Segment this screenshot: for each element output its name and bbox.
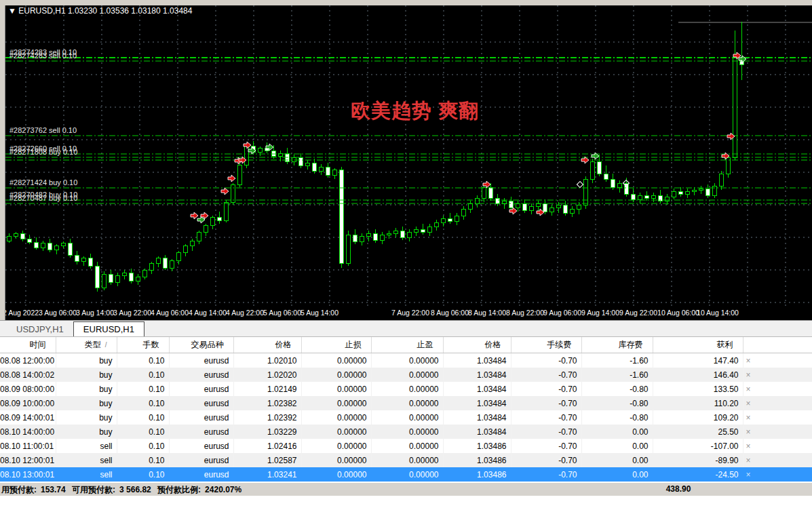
free-margin-label: 可用预付款: [72,485,115,494]
trade-cell: 0.00000 [301,453,371,467]
trade-row[interactable]: 08.10 12:00:01sell0.10eurusd1.025870.000… [0,453,812,467]
column-header[interactable]: 交易品种 [169,337,233,353]
trade-cell: 1.02149 [233,382,301,396]
trade-cell: -0.70 [511,467,581,482]
candle-body [204,225,208,232]
trade-cell: 0.00000 [371,425,443,439]
candle-body [217,217,221,220]
trade-cell: eurusd [169,353,233,368]
candle-body [448,218,452,221]
candle-body [387,233,391,235]
candle-body [427,227,431,232]
chart-ohlc-header: ▼ EURUSD,H1 1.03230 1.03536 1.03180 1.03… [8,6,193,16]
column-header[interactable]: 获利 [653,337,743,353]
trade-row[interactable]: 08.10 11:00:01sell0.10eurusd1.024160.000… [0,439,812,453]
candle-body [88,258,92,266]
candle-body [502,201,506,203]
close-position-icon[interactable]: × [743,425,812,439]
chart-area[interactable]: #28274283 sell 0.10#28274283 sell 0.10#2… [0,5,812,320]
candlestick-chart[interactable]: #28274283 sell 0.10#28274283 sell 0.10#2… [0,5,812,320]
tab-eurusd-h1[interactable]: EURUSD,H1 [73,321,144,336]
trade-row[interactable]: 08.09 10:00:00buy0.10eurusd1.023820.0000… [0,396,812,410]
candle-body [102,274,106,288]
trade-cell: buy [56,382,117,396]
column-header[interactable]: 止损 [301,337,371,353]
candle-body [326,167,330,175]
x-axis-label: 4 Aug 22:00 [226,309,264,317]
column-header[interactable] [743,337,812,353]
trade-cell: 08.09 14:00:01 [0,410,56,425]
candle-body [298,157,303,165]
trade-cell: 1.02020 [233,368,301,382]
column-header[interactable]: 手续费 [511,337,581,353]
candle-body [346,235,350,263]
close-position-icon[interactable]: × [743,410,812,425]
trade-row[interactable]: 08.10 13:00:01sell0.10eurusd1.032410.000… [0,467,812,482]
candle-body [332,170,336,175]
close-position-icon[interactable]: × [743,453,812,467]
candle-body [7,236,11,241]
trade-cell: 0.10 [117,396,169,410]
trade-cell: 0.10 [117,439,169,453]
trade-level-label: #28274283 sell 0.10 [9,52,77,60]
candle-body [366,233,370,236]
trade-cell: 1.03229 [233,425,301,439]
trade-cell: 0.00000 [301,396,371,410]
column-header[interactable]: 价格 [443,337,511,353]
trade-cell: 1.03486 [443,453,511,467]
candle-body [292,157,296,161]
trade-cell: 146.40 [653,368,743,382]
close-position-icon[interactable]: × [743,382,812,396]
trade-cell: sell [56,439,117,453]
candle-body [719,174,723,186]
trade-cell: 0.00 [581,467,653,482]
trade-cell: -0.70 [511,396,581,410]
trade-cell: 0.00000 [371,353,443,368]
column-header[interactable]: 库存费 [581,337,653,353]
trade-cell: -0.80 [581,382,653,396]
trade-cell: buy [56,410,117,425]
tab-usdjpy-h1[interactable]: USDJPY,H1 [7,322,73,336]
candle-body [672,191,676,197]
x-axis-label: 8 Aug 22:00 [506,309,544,317]
candle-body [244,146,248,165]
trade-cell: 0.00000 [301,353,371,368]
candle-body [482,187,486,198]
column-header[interactable]: 价格 [233,337,301,353]
trade-cell: eurusd [169,439,233,453]
column-header[interactable]: 止盈 [371,337,443,353]
trade-cell: -0.80 [581,396,653,410]
trade-cell: 0.00000 [301,425,371,439]
column-header[interactable]: 类型/ [56,337,117,353]
trade-row[interactable]: 08.08 12:00:00buy0.10eurusd1.020100.0000… [0,353,812,368]
candle-body [136,277,140,281]
candle-body [34,242,38,248]
trade-cell: buy [56,353,117,368]
candle-body [455,216,459,221]
column-header[interactable]: 时间 [0,337,56,353]
candle-body [170,260,174,268]
trade-cell: 08.09 10:00:00 [0,396,56,410]
x-axis-label: 10 Aug 14:00 [697,309,739,317]
trade-cell: 08.09 08:00:00 [0,382,56,396]
trade-row[interactable]: 08.10 14:00:00buy0.10eurusd1.032290.0000… [0,425,812,439]
trade-cell: 1.03484 [443,425,511,439]
column-header[interactable]: 手数 [117,337,169,353]
candle-body [549,208,554,212]
x-axis-label: 3 Aug 22:00 [113,309,151,317]
candle-body [360,236,364,241]
trade-row[interactable]: 08.09 08:00:00buy0.10eurusd1.021490.0000… [0,382,812,396]
close-position-icon[interactable]: × [743,353,812,368]
candle-body [461,209,465,216]
trade-cell: -107.00 [653,439,743,453]
trade-row[interactable]: 08.09 14:00:01buy0.10eurusd1.023920.0000… [0,410,812,425]
close-arrow-icon [197,216,205,223]
candle-body [678,191,682,194]
chart-tabs-bar: USDJPY,H1 EURUSD,H1 [0,320,812,337]
close-position-icon[interactable]: × [743,368,812,382]
close-position-icon[interactable]: × [743,439,812,453]
close-position-icon[interactable]: × [743,396,812,410]
close-position-icon[interactable]: × [743,467,812,482]
x-axis-label: 5 Aug 06:00 [263,309,301,317]
trade-row[interactable]: 08.08 14:00:02buy0.10eurusd1.020200.0000… [0,368,812,382]
